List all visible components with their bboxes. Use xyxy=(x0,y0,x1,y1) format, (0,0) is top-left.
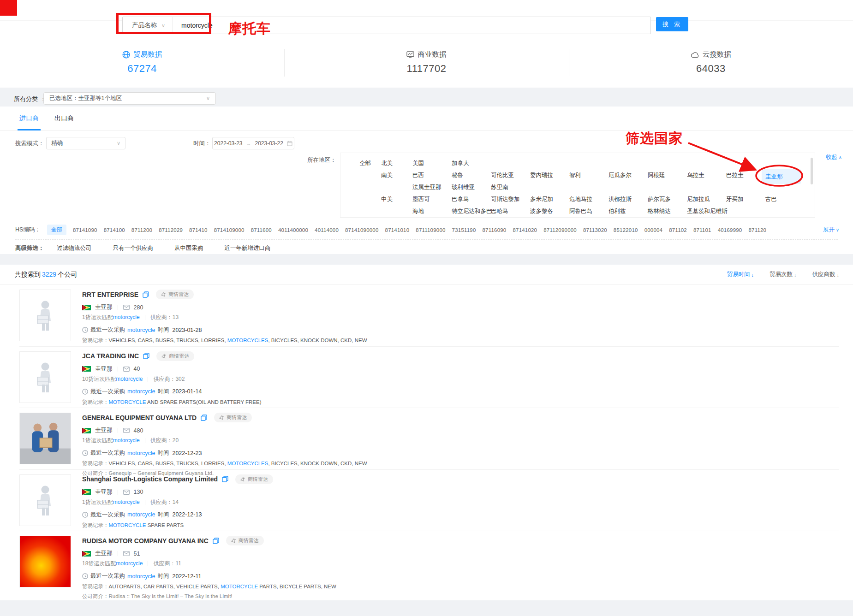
hs-code-option[interactable]: 87141090 xyxy=(73,227,97,233)
business-intel-badge[interactable]: 商情雷达 xyxy=(156,290,194,299)
search-mode-dropdown[interactable]: 精确 ∨ xyxy=(46,137,125,149)
hs-code-option[interactable]: 85122010 xyxy=(614,227,638,233)
hs-code-option[interactable]: 871102 xyxy=(669,227,687,233)
hs-code-option[interactable]: 871120 xyxy=(748,227,766,233)
region-option[interactable]: 美国 xyxy=(412,157,452,169)
date-range-picker[interactable]: 2022-03-23 → 2023-03-22 xyxy=(212,137,294,149)
business-intel-badge[interactable]: 商情雷达 xyxy=(235,474,273,484)
business-intel-badge[interactable]: 商情雷达 xyxy=(226,536,264,545)
advanced-filter-option[interactable]: 从中国采购 xyxy=(174,244,203,252)
region-option[interactable]: 阿鲁巴岛 xyxy=(569,205,608,217)
copy-icon[interactable] xyxy=(213,538,219,544)
region-option[interactable]: 牙买加 xyxy=(726,193,765,205)
company-thumbnail[interactable] xyxy=(19,536,71,587)
hs-code-option[interactable]: 40114000 xyxy=(315,227,339,233)
scrollbar[interactable] xyxy=(811,158,813,184)
company-name[interactable]: JCA TRADING INC xyxy=(82,352,139,360)
recent-keyword-link[interactable]: motorcycle xyxy=(127,511,155,518)
region-option[interactable]: 波多黎各 xyxy=(530,205,569,217)
company-thumbnail[interactable] xyxy=(19,413,71,464)
region-option[interactable]: 加拿大 xyxy=(452,157,491,169)
hs-code-option[interactable]: 87141090000 xyxy=(345,227,379,233)
recent-keyword-link[interactable]: motorcycle xyxy=(127,388,155,395)
region-option[interactable]: 法属圭亚那 xyxy=(412,181,452,193)
search-input[interactable]: motorcycle xyxy=(173,22,213,29)
company-name[interactable]: RRT ENTERPRISE xyxy=(82,291,138,298)
selected-region-dropdown[interactable]: 已选地区：圭亚那等1个地区 ∨ xyxy=(43,92,216,105)
hs-code-option[interactable]: 871410 xyxy=(189,227,208,233)
hs-code-option[interactable]: 87112090000 xyxy=(543,227,577,233)
hs-code-option[interactable]: 87141020 xyxy=(513,227,537,233)
region-option[interactable]: 尼加拉瓜 xyxy=(687,193,726,205)
region-option[interactable]: 阿根廷 xyxy=(648,169,687,181)
hs-code-all[interactable]: 全部 xyxy=(47,225,66,235)
region-option[interactable]: 格林纳达 xyxy=(648,205,687,217)
region-option[interactable]: 厄瓜多尔 xyxy=(608,169,648,181)
matched-keyword-link[interactable]: motorcycle xyxy=(116,376,143,382)
company-thumbnail[interactable] xyxy=(19,351,71,403)
hs-code-option[interactable]: 87113020 xyxy=(583,227,607,233)
breadcrumb[interactable]: 所有分类 › xyxy=(14,95,44,103)
sort-option[interactable]: 贸易时间 ↓ xyxy=(727,271,754,278)
recent-keyword-link[interactable]: motorcycle xyxy=(127,450,155,456)
region-option[interactable]: 中美 xyxy=(381,193,412,205)
region-option[interactable]: 圭亚那 xyxy=(762,169,801,184)
region-option[interactable]: 海地 xyxy=(412,205,452,217)
region-option[interactable]: 危地马拉 xyxy=(569,193,608,205)
region-option[interactable]: 巴拿马 xyxy=(452,193,491,205)
company-thumbnail[interactable] xyxy=(19,290,71,341)
matched-keyword-link[interactable]: motorcycle xyxy=(113,437,140,444)
company-name[interactable]: RUDISA MOTOR COMPANY GUYANA INC xyxy=(82,537,209,545)
region-option[interactable]: 委内瑞拉 xyxy=(530,169,569,181)
copy-icon[interactable] xyxy=(143,353,149,359)
region-option[interactable]: 南美 xyxy=(381,169,412,181)
copy-icon[interactable] xyxy=(222,476,228,482)
hs-code-option[interactable]: 40169990 xyxy=(718,227,742,233)
region-option[interactable]: 古巴 xyxy=(765,193,805,205)
region-option[interactable]: 秘鲁 xyxy=(452,169,491,181)
region-option[interactable]: 哥伦比亚 xyxy=(491,169,530,181)
matched-keyword-link[interactable]: motorcycle xyxy=(113,314,140,320)
business-intel-badge[interactable]: 商情雷达 xyxy=(156,351,194,361)
search-bar[interactable]: 产品名称 ∨ motorcycle xyxy=(122,17,651,34)
copy-icon[interactable] xyxy=(201,415,207,421)
tab-exporter[interactable]: 出口商 xyxy=(54,107,74,130)
region-option[interactable]: 圣基茨和尼维斯 xyxy=(687,205,726,217)
region-option[interactable]: 哥斯达黎加 xyxy=(491,193,530,205)
hs-code-option[interactable]: 73151190 xyxy=(452,227,476,233)
region-option[interactable]: 巴拉圭 xyxy=(726,169,765,181)
advanced-filter-option[interactable]: 过滤物流公司 xyxy=(57,244,92,252)
region-option[interactable]: 多米尼加 xyxy=(530,193,569,205)
copy-icon[interactable] xyxy=(143,291,149,298)
region-option[interactable]: 苏里南 xyxy=(491,181,530,193)
recent-keyword-link[interactable]: motorcycle xyxy=(127,327,155,333)
tab-importer[interactable]: 进口商 xyxy=(19,107,39,130)
hs-code-option[interactable]: 871101 xyxy=(693,227,711,233)
region-option[interactable]: 墨西哥 xyxy=(412,193,452,205)
region-option[interactable]: 智利 xyxy=(569,169,608,181)
stat-cloud-search-data[interactable]: 云搜数据 64033 xyxy=(569,46,853,83)
stat-trade-data[interactable]: 贸易数据 67274 xyxy=(0,46,284,83)
region-option[interactable]: 北美 xyxy=(381,157,412,169)
region-option[interactable]: 洪都拉斯 xyxy=(608,193,648,205)
hs-code-option[interactable]: 8711200 xyxy=(131,227,152,233)
trade-record-highlight[interactable]: MOTORCYCLES xyxy=(227,461,268,466)
region-option[interactable]: 伯利兹 xyxy=(608,205,648,217)
search-field-selector[interactable]: 产品名称 ∨ xyxy=(123,17,173,34)
hs-code-option[interactable]: 8711109000 xyxy=(416,227,445,233)
region-option[interactable]: 巴西 xyxy=(412,169,452,181)
hs-code-option[interactable]: 8711600 xyxy=(251,227,272,233)
hs-code-option[interactable]: 87141010 xyxy=(385,227,410,233)
business-intel-badge[interactable]: 商情雷达 xyxy=(214,413,252,422)
trade-record-highlight[interactable]: MOTORCYCLE xyxy=(109,522,146,528)
hs-code-option[interactable]: 87116090 xyxy=(483,227,507,233)
hs-code-option[interactable]: 8714100 xyxy=(104,227,125,233)
company-name[interactable]: GENERAL EQUIPMENT GUYANA LTD xyxy=(82,414,197,421)
region-option[interactable]: 全部 xyxy=(359,157,381,169)
collapse-link[interactable]: 收起 xyxy=(826,154,842,161)
hs-code-option[interactable]: 4011400000 xyxy=(278,227,308,233)
stat-business-data[interactable]: 商业数据 1117702 xyxy=(284,46,568,83)
trade-record-highlight[interactable]: MOTORCYCLES xyxy=(227,338,268,343)
company-thumbnail[interactable] xyxy=(19,474,71,526)
trade-record-highlight[interactable]: MOTORCYCLE xyxy=(221,584,258,589)
